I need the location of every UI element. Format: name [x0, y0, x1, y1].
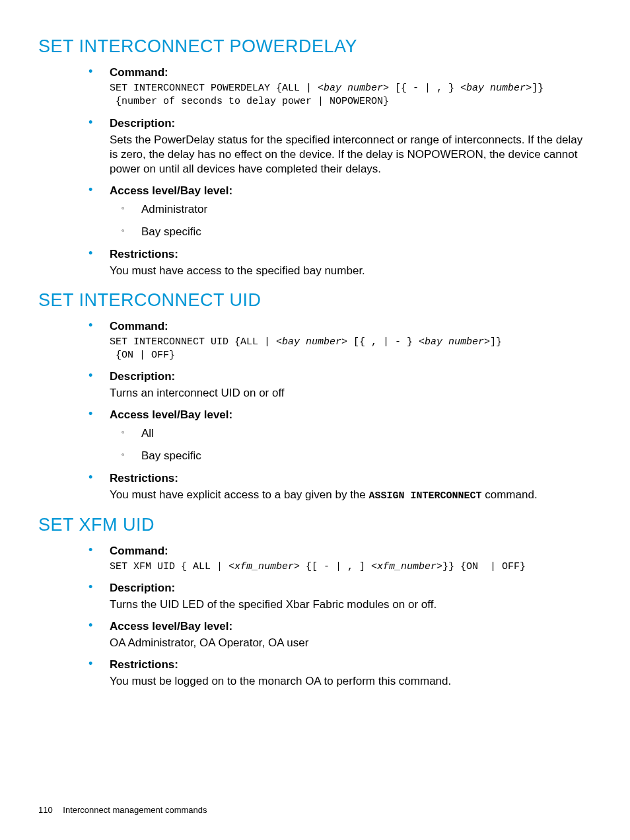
command-code: SET INTERCONNECT POWERDELAY {ALL | <bay …: [110, 82, 592, 109]
access-text: OA Administrator, OA Operator, OA user: [110, 636, 592, 650]
list-item: Access level/Bay level: All Bay specific: [85, 408, 592, 463]
restrictions-text: You must have access to the specified ba…: [110, 264, 592, 278]
list-item: Description: Turns an interconnect UID o…: [85, 370, 592, 401]
sub-list-item: Bay specific: [122, 449, 592, 463]
list-item: Command: SET INTERCONNECT POWERDELAY {AL…: [85, 66, 592, 109]
list-item: Command: SET INTERCONNECT UID {ALL | <ba…: [85, 320, 592, 363]
sub-list: All Bay specific: [110, 427, 592, 463]
page: SET INTERCONNECT POWERDELAY Command: SET…: [0, 0, 630, 840]
restrictions-text: You must be logged on to the monarch OA …: [110, 674, 592, 689]
list-item: Description: Turns the UID LED of the sp…: [85, 582, 592, 612]
list-item: Description: Sets the PowerDelay status …: [85, 117, 592, 176]
restrictions-label: Restrictions:: [110, 658, 178, 671]
page-footer: 110 Interconnect management commands: [38, 805, 207, 815]
list-item: Access level/Bay level: OA Administrator…: [85, 620, 592, 650]
description-text: Sets the PowerDelay status for the speci…: [110, 133, 592, 176]
access-label: Access level/Bay level:: [110, 620, 232, 632]
list-item: Restrictions: You must be logged on to t…: [85, 658, 592, 689]
command-label: Command:: [110, 545, 168, 557]
bullet-list: Command: SET XFM UID { ALL | <xfm_number…: [38, 545, 592, 689]
section-title-xfm-uid: SET XFM UID: [38, 515, 592, 535]
access-label: Access level/Bay level:: [110, 184, 232, 197]
bullet-list: Command: SET INTERCONNECT UID {ALL | <ba…: [38, 320, 592, 503]
command-code: SET XFM UID { ALL | <xfm_number> {[ - | …: [110, 560, 592, 574]
description-text: Turns the UID LED of the specified Xbar …: [110, 597, 592, 612]
restrictions-text: You must have explicit access to a bay g…: [110, 488, 592, 503]
command-label: Command:: [110, 320, 168, 332]
section-title-powerdelay: SET INTERCONNECT POWERDELAY: [38, 36, 592, 57]
section-title-uid: SET INTERCONNECT UID: [38, 290, 592, 311]
description-label: Description:: [110, 370, 175, 383]
list-item: Restrictions: You must have access to th…: [85, 248, 592, 278]
sub-list-item: Bay specific: [122, 225, 592, 239]
command-label: Command:: [110, 66, 168, 79]
sub-list: Administrator Bay specific: [110, 203, 592, 239]
description-label: Description:: [110, 582, 175, 594]
sub-list-item: All: [122, 427, 592, 440]
access-label: Access level/Bay level:: [110, 408, 232, 421]
command-code: SET INTERCONNECT UID {ALL | <bay number>…: [110, 336, 592, 363]
chapter-title: Interconnect management commands: [63, 805, 207, 815]
list-item: Command: SET XFM UID { ALL | <xfm_number…: [85, 545, 592, 574]
restrictions-label: Restrictions:: [110, 248, 178, 260]
inline-code: ASSIGN INTERCONNECT: [369, 490, 482, 502]
description-label: Description:: [110, 117, 175, 130]
list-item: Restrictions: You must have explicit acc…: [85, 472, 592, 503]
sub-list-item: Administrator: [122, 203, 592, 216]
bullet-list: Command: SET INTERCONNECT POWERDELAY {AL…: [38, 66, 592, 278]
list-item: Access level/Bay level: Administrator Ba…: [85, 184, 592, 239]
description-text: Turns an interconnect UID on or off: [110, 386, 592, 401]
page-number: 110: [38, 805, 53, 815]
restrictions-label: Restrictions:: [110, 472, 178, 484]
